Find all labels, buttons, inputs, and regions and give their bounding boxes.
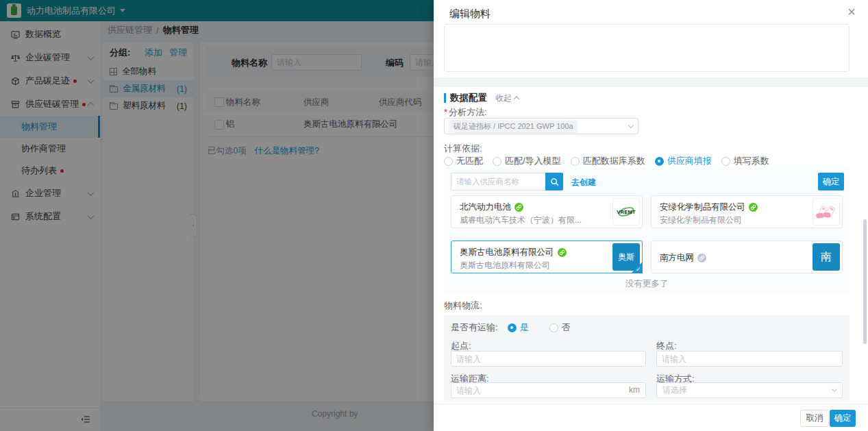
radio-match-import-model[interactable]: 匹配/导入模型 — [493, 155, 561, 167]
selected-check-icon: ✓ — [631, 262, 643, 273]
supplier-avatar: 南 — [813, 243, 840, 271]
data-config-section-header: 数据配置 收起 — [444, 92, 519, 104]
search-icon — [550, 177, 559, 186]
supplier-card-nanfang[interactable]: 南方电网 南 — [651, 241, 843, 273]
calc-basis-label: 计算依据: — [444, 143, 482, 155]
unlinked-icon — [697, 254, 706, 262]
radio-transport-yes[interactable]: 是 — [508, 321, 529, 334]
calc-basis-radio-group: 无匹配 匹配/导入模型 匹配数据库系数 供应商填报 填写系数 — [444, 155, 769, 167]
distance-unit: km — [629, 385, 640, 395]
supplier-card-anlv[interactable]: 安绿化学制品有限公司 安绿化学制品有限公司 — [651, 195, 843, 228]
chevron-down-icon — [832, 386, 837, 392]
drawer-title: 编辑物料 — [449, 8, 491, 21]
go-create-link[interactable]: 去创建 — [571, 177, 596, 188]
cancel-button[interactable]: 取消 — [800, 410, 829, 427]
supplier-card-beiqi[interactable]: 北汽动力电池 威睿电动汽车技术（宁波）有限... VREMT — [451, 195, 643, 228]
no-more-text: 没有更多了 — [444, 278, 850, 290]
vremt-logo: VREMT — [612, 198, 640, 225]
drawer-scrollbar-thumb[interactable] — [863, 219, 867, 344]
logistics-panel: 是否有运输: 是 否 起点: 终点: 运输距离: 运输方式: km 请选择 — [444, 315, 850, 402]
collapse-section-link[interactable]: 收起 — [495, 93, 519, 104]
radio-selected-icon — [508, 323, 517, 332]
radio-transport-no[interactable]: 否 — [549, 321, 571, 334]
radio-match-db-factor[interactable]: 匹配数据库系数 — [571, 155, 645, 167]
radio-selected-icon — [655, 157, 664, 166]
scrolled-content-box — [444, 24, 850, 72]
radio-icon — [721, 157, 730, 166]
confirm-button[interactable]: 确定 — [830, 410, 856, 427]
close-icon[interactable]: × — [843, 3, 860, 20]
linked-icon — [749, 203, 758, 212]
edit-material-drawer: 编辑物料 × 数据配置 收起 *分析方法: 碳足迹指标 / IPCC 2021 … — [434, 0, 868, 431]
linked-icon — [514, 203, 523, 212]
supplier-confirm-button[interactable]: 确定 — [818, 173, 844, 190]
radio-icon — [571, 157, 580, 166]
distance-input[interactable] — [451, 382, 646, 398]
supplier-picker-panel: 去创建 确定 北汽动力电池 威睿电动汽车技术（宁波）有限... VREMT 安绿… — [444, 168, 850, 293]
origin-input[interactable] — [451, 351, 646, 367]
section-divider — [434, 77, 868, 87]
radio-icon — [549, 323, 558, 332]
destination-input[interactable] — [656, 351, 843, 367]
analysis-method-label: *分析方法: — [444, 106, 487, 119]
supplier-search-input[interactable] — [451, 173, 545, 190]
drawer-footer: 取消 确定 — [434, 404, 868, 431]
app-root: 动力电池制品有限公司 数据概览 企业碳管理 产品碳足迹 供应链碳管理 物料管理 — [0, 0, 868, 431]
modal-dim-overlay[interactable] — [0, 0, 434, 431]
analysis-method-select[interactable]: 碳足迹指标 / IPCC 2021 GWP 100a — [444, 118, 638, 134]
radio-fill-factor[interactable]: 填写系数 — [721, 155, 769, 167]
logistics-label: 物料物流: — [444, 299, 482, 312]
chevron-down-icon — [628, 122, 634, 127]
section-accent-bar — [444, 93, 446, 103]
supplier-card-aosigu[interactable]: 奥斯古电池原料有限公司 奥斯古电池原料有限公司 奥斯 ✓ — [451, 241, 643, 273]
radio-supplier-report[interactable]: 供应商填报 — [655, 155, 712, 167]
radio-icon — [493, 157, 501, 166]
linked-icon — [558, 248, 567, 257]
radio-no-match[interactable]: 无匹配 — [444, 155, 483, 167]
search-button[interactable] — [545, 173, 563, 190]
radio-icon — [444, 157, 453, 166]
socks-logo — [813, 198, 840, 225]
analysis-method-value: 碳足迹指标 / IPCC 2021 GWP 100a — [449, 120, 578, 133]
transport-radio-group: 是否有运输: 是 否 — [451, 321, 571, 334]
chevron-up-icon — [514, 96, 519, 101]
transport-mode-select[interactable]: 请选择 — [656, 382, 843, 398]
